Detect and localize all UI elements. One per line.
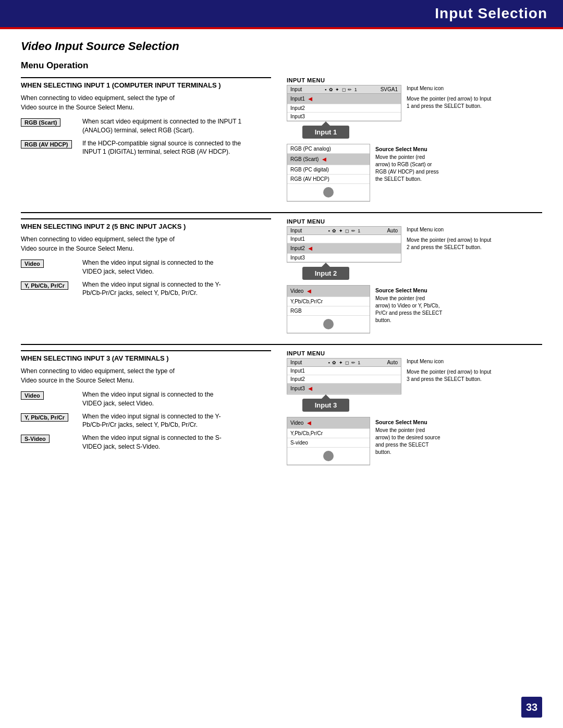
divider-2 [21,344,542,345]
tag-rgb-scart-desc: When scart video equipment is connected … [82,117,271,135]
input3-row-input1: Input1 [287,367,401,375]
input3-row-input3: Input3 ◄ [287,384,401,394]
tag-input2-video-desc: When the video input signal is connected… [82,258,271,276]
input3-menu-header: Input ▪ ✿ ✦ ◻ ✏ 1 Auto [287,359,401,367]
section-input1-title: WHEN SELECTING INPUT 1 (COMPUTER INPUT T… [21,77,271,89]
input2-source-select-label: Source Select Menu [375,287,442,293]
input1-source-menu-box: RGB (PC analog) RGB (Scart) ◄ RGB (PC di… [287,144,370,202]
input1-arrow-red: ◄ [307,95,314,103]
section-input2-body: When connecting to video equipment, sele… [21,235,271,253]
input3-menu-hdr-left: Input [290,360,302,365]
input3-source-notes: Source Select Menu Move the pointer (red… [375,417,440,456]
input1-src-arrow: ◄ [321,155,327,163]
input1-arrow-block: Input 1 [302,126,349,139]
section-input2-title: WHEN SELECTING INPUT 2 (5 BNC INPUT JACK… [21,218,271,230]
input3-src-icon-row [287,448,370,465]
input3-source-select: Video ◄ Y,Pb/Cb,Pr/Cr S-video [287,417,542,465]
input3-src-row1: Video ◄ [287,417,370,429]
input2-src-row3: RGB [287,306,370,316]
input1-menu-box: Input ▪ ✿ ✦ ◻ ✏ 1 SVGA1 Input1 ◄ Input2 [287,85,401,121]
main-content: Video Input Source Selection Menu Operat… [0,29,563,486]
section-input1-left: WHEN SELECTING INPUT 1 (COMPUTER INPUT T… [21,77,271,202]
input1-note-icon: Input Menu icon [407,85,542,92]
input1-input-menu-label: INPUT MENU [287,77,542,83]
input1-src-row1: RGB (PC analog) [287,144,370,154]
header-title: Input Selection [435,5,547,21]
tag-rgb-scart-label: RGB (Scart) [21,117,78,129]
section-input3-right: INPUT MENU Input ▪ ✿ ✦ ◻ ✏ 1 Auto Input1 [287,350,542,465]
input3-input-menu-label: INPUT MENU [287,350,542,356]
input2-row-input1: Input1 [287,235,401,243]
input2-menu-box: Input ▪ ✿ ✦ ◻ ✏ 1 Auto Input1 Input2 ◄ [287,226,401,263]
input3-src-arrow: ◄ [305,419,312,427]
tag-input3-ypb-row: Y, Pb/Cb, Pr/Cr When the video input sig… [21,412,271,430]
tag-input2-video-row: Video When the video input signal is con… [21,258,271,276]
tag-input3-ypb-label: Y, Pb/Cb, Pr/Cr [21,412,78,424]
section-input3: WHEN SELECTING INPUT 3 (AV TERMINALS ) W… [21,350,542,465]
tag-input3-ypb: Y, Pb/Cb, Pr/Cr [21,413,68,422]
input3-source-menu-box: Video ◄ Y,Pb/Cb,Pr/Cr S-video [287,417,370,465]
tag-rgb-scart: RGB (Scart) [21,118,60,127]
input2-menu-inner: Input ▪ ✿ ✦ ◻ ✏ 1 Auto Input1 Input2 ◄ [287,226,401,263]
input3-menu-icon: ▪ ✿ ✦ ◻ ✏ 1 [328,360,361,365]
input2-src-row1: Video ◄ [287,286,370,297]
input2-source-menu-box: Video ◄ Y,Pb/Cb,Pr/Cr RGB [287,285,370,334]
input1-row-input1: Input1 ◄ [287,94,401,104]
input2-menu-header: Input ▪ ✿ ✦ ◻ ✏ 1 Auto [287,227,401,235]
input3-note-arrow: Move the pointer (red arrow) to Input3 a… [407,368,542,383]
input2-source-inner: Video ◄ Y,Pb/Cb,Pr/Cr RGB [287,285,370,334]
input3-source-select-label: Source Select Menu [375,419,440,425]
input3-diagram-with-notes: Input ▪ ✿ ✦ ◻ ✏ 1 Auto Input1 Input2 [287,358,542,394]
tag-rgb-scart-row: RGB (Scart) When scart video equipment i… [21,117,271,135]
input2-menu-icon: ▪ ✿ ✦ ◻ ✏ 1 [328,228,361,233]
input1-row-input3: Input3 [287,113,401,121]
page-header: Input Selection [0,0,563,27]
tag-input3-video-label: Video [21,390,78,402]
input3-source-inner: Video ◄ Y,Pb/Cb,Pr/Cr S-video [287,417,370,465]
input3-diagram-notes: Input Menu icon Move the pointer (red ar… [407,358,542,386]
tag-rgb-avhdcp: RGB (AV HDCP) [21,140,72,149]
input1-menu-inner: Input ▪ ✿ ✦ ◻ ✏ 1 SVGA1 Input1 ◄ Input2 [287,85,401,121]
tag-rgb-avhdcp-desc: If the HDCP-compatible signal source is … [82,139,271,157]
tag-rgb-avhdcp-row: RGB (AV HDCP) If the HDCP-compatible sig… [21,139,271,157]
input2-row-input3: Input3 [287,254,401,262]
input1-src-icon [323,187,334,198]
input2-src-row2: Y,Pb/Cb,Pr/Cr [287,297,370,306]
input2-input-menu: INPUT MENU Input ▪ ✿ ✦ ◻ ✏ 1 Auto Input1 [287,218,542,280]
input3-source-select-desc: Move the pointer (redarrow) to the desir… [375,427,440,456]
input2-note-icon: Input Menu icon [407,226,542,233]
tag-input2-video-label: Video [21,258,78,270]
input1-source-inner: RGB (PC analog) RGB (Scart) ◄ RGB (PC di… [287,144,370,202]
input2-source-notes: Source Select Menu Move the pointer (red… [375,285,442,324]
tag-input2-ypb-row: Y, Pb/Cb, Pr/Cr When the video input sig… [21,280,271,298]
input1-src-icon-row [287,184,370,201]
input1-menu-icon: ▪ ✿ ✦ ◻ ✏ 1 [325,87,358,92]
input2-src-icon-row [287,316,370,333]
section-input3-title: WHEN SELECTING INPUT 3 (AV TERMINALS ) [21,350,271,362]
tag-input2-ypb-label: Y, Pb/Cb, Pr/Cr [21,280,78,292]
tag-input2-video: Video [21,260,44,268]
input3-arrow-block: Input 3 [302,399,349,412]
input2-menu-hdr-left: Input [290,228,302,233]
input2-src-icon [323,319,334,329]
section-input3-body: When connecting to video equipment, sele… [21,366,271,385]
tag-rgb-avhdcp-label: RGB (AV HDCP) [21,139,78,151]
section-input1: WHEN SELECTING INPUT 1 (COMPUTER INPUT T… [21,77,542,202]
input2-note-arrow: Move the pointer (red arrow) to Input2 a… [407,237,542,251]
input2-input-menu-label: INPUT MENU [287,218,542,225]
input1-src-row2: RGB (Scart) ◄ [287,154,370,165]
input1-src-row3: RGB (PC digital) [287,165,370,175]
input2-diagram-with-notes: Input ▪ ✿ ✦ ◻ ✏ 1 Auto Input1 Input2 ◄ [287,226,542,263]
tag-input3-svideo: S-Video [21,435,50,443]
input1-row-input2: Input2 [287,104,401,113]
tag-input3-svideo-label: S-Video [21,434,78,445]
section-input1-right: INPUT MENU Input ▪ ✿ ✦ ◻ ✏ 1 SVGA1 Input… [287,77,542,202]
input1-menu-header: Input ▪ ✿ ✦ ◻ ✏ 1 SVGA1 [287,85,401,94]
input1-input-menu: INPUT MENU Input ▪ ✿ ✦ ◻ ✏ 1 SVGA1 Input… [287,77,542,139]
input1-menu-hdr-right: SVGA1 [381,87,398,92]
input1-source-select-label: Source Select Menu [375,146,439,152]
input1-row3-label: Input3 [290,114,305,119]
tag-input3-video-desc: When the video input signal is connected… [82,390,271,408]
tag-input3-video-row: Video When the video input signal is con… [21,390,271,408]
input3-src-icon [323,451,334,461]
